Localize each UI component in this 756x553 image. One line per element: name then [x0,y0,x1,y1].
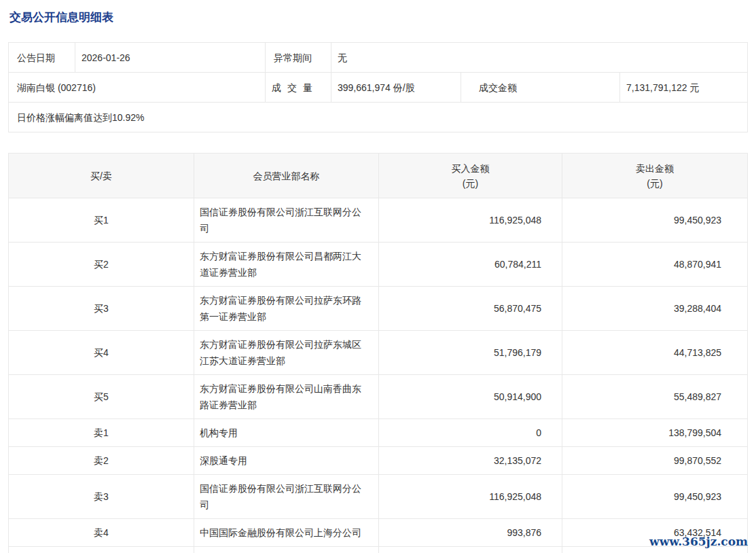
branch-name-cell: 深股通专用 [194,447,379,475]
sell-amount-cell: 99,450,923 [562,198,748,243]
table-row: 卖4中国国际金融股份有限公司上海分公司993,87663,432,514 [9,519,748,547]
table-row: 买2东方财富证券股份有限公司昌都两江大道证券营业部60,784,21148,87… [9,243,748,287]
col-header-side: 买/卖 [9,154,194,198]
buy-amount-cell: 56,870,475 [379,287,562,331]
branch-name-cell: 东方财富证券股份有限公司昌都两江大道证券营业部 [194,243,379,287]
table-row: 卖2深股通专用32,135,07299,870,552 [9,447,748,475]
table-row: 买1国信证券股份有限公司浙江互联网分公司116,925,04899,450,92… [9,198,748,243]
table-row-clipped [9,547,748,553]
branch-name-cell: 机构专用 [194,419,379,447]
detail-table-body: 买1国信证券股份有限公司浙江互联网分公司116,925,04899,450,92… [9,198,748,553]
trade-info-page: 交易公开信息明细表 公告日期 2026-01-26 异常期间 无 湖南白银 (0… [0,0,756,553]
side-cell: 卖3 [9,475,194,519]
col-header-buy-unit: (元) [380,176,561,191]
col-header-buy: 买入金额 (元) [379,154,562,198]
branch-name-cell: 国信证券股份有限公司浙江互联网分公司 [194,475,379,519]
side-cell: 买2 [9,243,194,287]
page-title: 交易公开信息明细表 [10,9,756,26]
buy-amount-cell: 60,784,211 [379,243,562,287]
side-cell: 买3 [9,287,194,331]
summary-row-announcement: 公告日期 2026-01-26 异常期间 无 [9,43,748,73]
volume-value: 399,661,974 份/股 [331,73,461,103]
table-row: 买3东方财富证券股份有限公司拉萨东环路第一证券营业部56,870,47539,2… [9,287,748,331]
side-cell: 买1 [9,198,194,243]
announce-date-label: 公告日期 [9,43,75,73]
stock-name: 湖南白银 (002716) [9,73,266,103]
buy-amount-cell: 116,925,048 [379,198,562,243]
abnormal-period-value: 无 [331,43,748,73]
table-row: 买4东方财富证券股份有限公司拉萨东城区江苏大道证券营业部51,796,17944… [9,331,748,375]
side-cell: 卖2 [9,447,194,475]
side-cell: 买5 [9,375,194,419]
buy-amount-cell: 51,796,179 [379,331,562,375]
sell-amount-cell: 99,450,923 [562,475,748,519]
summary-row-note: 日价格涨幅偏离值达到10.92% [9,103,748,132]
summary-row-stock: 湖南白银 (002716) 成交量 399,661,974 份/股 成交金额 7… [9,73,748,103]
branch-name-cell: 国信证券股份有限公司浙江互联网分公司 [194,198,379,243]
sell-amount-cell: 55,489,827 [562,375,748,419]
volume-label: 成交量 [266,73,331,103]
deviation-note: 日价格涨幅偏离值达到10.92% [9,103,748,132]
turnover-label: 成交金额 [461,73,620,103]
branch-name-cell: 中国国际金融股份有限公司上海分公司 [194,519,379,547]
buy-amount-cell: 116,925,048 [379,475,562,519]
branch-name-cell: 东方财富证券股份有限公司山南香曲东路证券营业部 [194,375,379,419]
detail-header-row: 买/卖 会员营业部名称 买入金额 (元) 卖出金额 (元) [9,154,748,198]
col-header-branch: 会员营业部名称 [194,154,379,198]
detail-table: 买/卖 会员营业部名称 买入金额 (元) 卖出金额 (元) 买1国信证券股份有限… [8,153,748,553]
branch-name-cell: 东方财富证券股份有限公司拉萨东城区江苏大道证券营业部 [194,331,379,375]
sell-amount-cell: 138,799,504 [562,419,748,447]
buy-amount-cell: 32,135,072 [379,447,562,475]
watermark: www.365jz.com [649,535,748,548]
announce-date-value: 2026-01-26 [75,43,266,73]
sell-amount-cell: 44,713,825 [562,331,748,375]
buy-amount-cell: 50,914,900 [379,375,562,419]
table-row: 卖1机构专用0138,799,504 [9,419,748,447]
table-row: 卖3国信证券股份有限公司浙江互联网分公司116,925,04899,450,92… [9,475,748,519]
col-header-sell-title: 卖出金额 [563,161,746,176]
col-header-sell-unit: (元) [563,176,746,191]
side-cell: 卖1 [9,419,194,447]
table-row: 买5东方财富证券股份有限公司山南香曲东路证券营业部50,914,90055,48… [9,375,748,419]
col-header-buy-title: 买入金额 [380,161,561,176]
sell-amount-cell: 99,870,552 [562,447,748,475]
side-cell: 买4 [9,331,194,375]
sell-amount-cell: 39,288,404 [562,287,748,331]
turnover-value: 7,131,791,122 元 [620,73,748,103]
side-cell: 卖4 [9,519,194,547]
abnormal-period-label: 异常期间 [266,43,331,73]
branch-name-cell: 东方财富证券股份有限公司拉萨东环路第一证券营业部 [194,287,379,331]
summary-table: 公告日期 2026-01-26 异常期间 无 湖南白银 (002716) 成交量… [8,42,748,132]
buy-amount-cell: 0 [379,419,562,447]
sell-amount-cell: 48,870,941 [562,243,748,287]
buy-amount-cell: 993,876 [379,519,562,547]
col-header-sell: 卖出金额 (元) [562,154,748,198]
